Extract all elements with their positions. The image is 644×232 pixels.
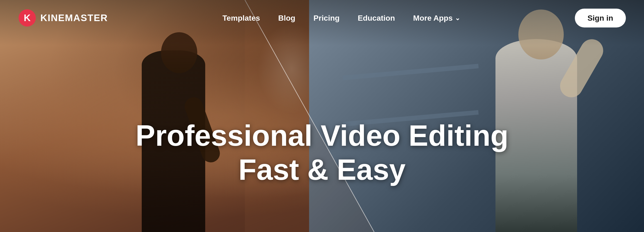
nav-more-apps[interactable]: More Apps ⌄ — [413, 14, 460, 23]
nav-pricing[interactable]: Pricing — [314, 14, 340, 23]
hero-text-block: Professional Video Editing Fast & Easy — [0, 119, 644, 187]
chevron-down-icon: ⌄ — [455, 14, 460, 22]
kinemaster-logo-icon: K — [18, 9, 36, 27]
logo-text: KINEMASTER — [40, 13, 108, 23]
svg-text:K: K — [24, 13, 30, 23]
site-header: K KINEMASTER Templates Blog Pricing Educ… — [0, 0, 644, 36]
hero-headline-line1: Professional Video Editing — [0, 119, 644, 153]
logo-area[interactable]: K KINEMASTER — [18, 9, 108, 27]
nav-blog[interactable]: Blog — [278, 14, 296, 23]
nav-templates[interactable]: Templates — [222, 14, 260, 23]
main-nav: Templates Blog Pricing Education More Ap… — [222, 14, 460, 23]
sign-in-button[interactable]: Sign in — [575, 9, 626, 28]
nav-education[interactable]: Education — [358, 14, 395, 23]
hero-headline-line2: Fast & Easy — [0, 153, 644, 187]
